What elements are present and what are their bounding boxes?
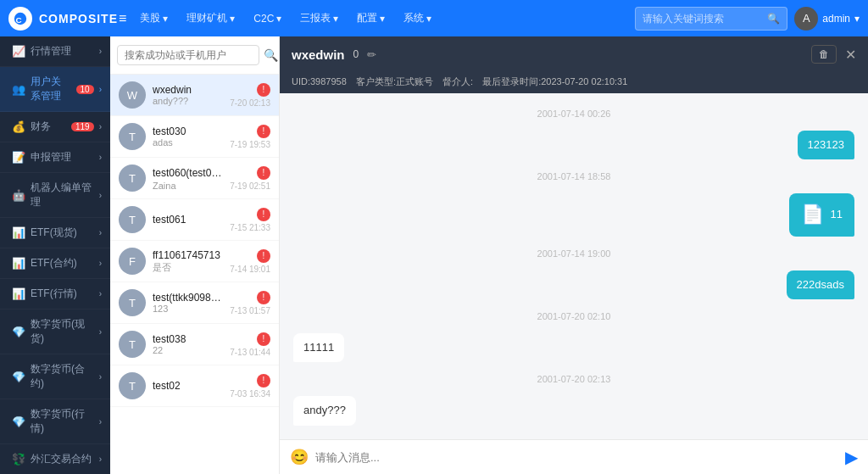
sidebar-item-2[interactable]: 💰财务119› <box>0 112 110 142</box>
nav-report-chevron: ▾ <box>333 13 338 25</box>
date-divider: 2001-07-14 18:58 <box>293 171 854 181</box>
sidebar-item-9[interactable]: 💎数字货币(合约)› <box>0 354 110 399</box>
logo-area: C COMPOSITE <box>8 7 119 31</box>
chevron-icon-1: › <box>99 85 102 94</box>
delete-button[interactable]: 🗑 <box>811 45 837 64</box>
user-list-item[interactable]: T test060(test060测试用户) Zaina ! 7-19 02:5… <box>110 158 279 199</box>
user-search-button[interactable]: 🔍 <box>264 48 278 62</box>
user-avatar: T <box>119 165 146 192</box>
app-title: COMPOSITE <box>39 12 118 25</box>
chevron-icon-5: › <box>99 228 102 237</box>
nav-system-label: 系统 <box>403 11 424 25</box>
nav-licai-chevron: ▾ <box>230 13 235 25</box>
user-list-item[interactable]: T test(ttkk909887) 123 ! 7-13 01:57 <box>110 282 279 324</box>
user-list-item[interactable]: T test02 ! 7-03 16:34 <box>110 365 279 407</box>
message-row: 11111 <box>293 333 854 362</box>
nav-item-report[interactable]: 三报表 ▾ <box>292 0 347 36</box>
sidebar-item-4[interactable]: 🤖机器人编单管理› <box>0 173 110 218</box>
chevron-icon-0: › <box>99 47 102 56</box>
sidebar-label-6: ETF(合约) <box>31 256 94 270</box>
user-meta: ! 7-14 19:01 <box>230 249 270 274</box>
sidebar-label-4: 机器人编单管理 <box>31 181 94 209</box>
emoji-button[interactable]: 😊 <box>290 448 309 466</box>
nav-c2c-chevron: ▾ <box>276 13 281 25</box>
user-info: test030 adas <box>153 125 223 148</box>
sidebar-icon-5: 📊 <box>12 226 25 239</box>
close-button[interactable]: ✕ <box>845 47 856 63</box>
sidebar-item-6[interactable]: 📊ETF(合约)› <box>0 248 110 279</box>
message-row: andy??? <box>293 396 854 425</box>
nav-item-system[interactable]: 系统 ▾ <box>395 0 440 36</box>
unread-badge: ! <box>257 249 270 263</box>
nav-item-licai[interactable]: 理财矿机 ▾ <box>178 0 243 36</box>
chevron-icon-4: › <box>99 191 102 200</box>
user-search-area: 🔍 <box>110 36 279 75</box>
message-row: 📄11 <box>293 193 854 237</box>
user-list-panel: 🔍 W wxedwin andy??? ! 7-20 02:13 T test0… <box>110 36 280 474</box>
sidebar-item-7[interactable]: 📊ETF(行情)› <box>0 279 110 309</box>
user-list-item[interactable]: T test030 adas ! 7-19 19:53 <box>110 116 279 158</box>
sidebar-label-1: 用户关系管理 <box>31 75 71 103</box>
sidebar-item-1[interactable]: 👥用户关系管理10› <box>0 67 110 112</box>
user-name: test038 <box>153 333 223 345</box>
user-list-item[interactable]: T test061 ! 7-15 21:33 <box>110 199 279 241</box>
user-list-item[interactable]: F ff11061745713 是否 ! 7-14 19:01 <box>110 241 279 282</box>
user-meta: ! 7-13 01:57 <box>230 291 270 315</box>
sidebar-item-10[interactable]: 💎数字货币(行情)› <box>0 399 110 444</box>
sidebar-icon-2: 💰 <box>12 120 25 133</box>
sidebar-label-7: ETF(行情) <box>31 287 94 301</box>
edit-icon[interactable]: ✏ <box>367 48 376 61</box>
user-info: test038 22 <box>153 333 223 355</box>
sidebar-label-0: 行情管理 <box>31 44 94 59</box>
logo-icon: C <box>8 7 32 31</box>
time-label: 7-13 01:57 <box>230 306 270 315</box>
sidebar-label-10: 数字货币(行情) <box>31 407 94 436</box>
sidebar-item-8[interactable]: 💎数字货币(现货)› <box>0 309 110 354</box>
chat-header-info: UID:3987958 客户类型:正式账号 督介人: 最后登录时间:2023-0… <box>280 72 868 93</box>
send-button[interactable]: ▶ <box>845 447 858 467</box>
sidebar-item-0[interactable]: 📈行情管理› <box>0 36 110 67</box>
unread-badge: ! <box>257 166 270 180</box>
avatar: A <box>794 7 818 31</box>
sidebar-item-5[interactable]: 📊ETF(现货)› <box>0 218 110 248</box>
chevron-icon-7: › <box>99 289 102 298</box>
user-info: test060(test060测试用户) Zaina <box>153 166 223 191</box>
nav-item-config[interactable]: 配置 ▾ <box>348 0 393 36</box>
nav-meiguo-label: 美股 <box>140 11 160 25</box>
chat-input[interactable] <box>315 451 838 464</box>
user-sub: 22 <box>153 345 223 355</box>
sidebar-item-11[interactable]: 💱外汇交易合约› <box>0 444 110 474</box>
user-meta: ! 7-13 01:44 <box>230 332 270 357</box>
chevron-icon-10: › <box>99 417 102 427</box>
hamburger-icon[interactable]: ≡ <box>119 11 126 26</box>
sidebar: 📈行情管理›👥用户关系管理10›💰财务119›📝申报管理›🤖机器人编单管理›📊E… <box>0 36 110 474</box>
user-search-input[interactable] <box>117 45 259 65</box>
user-sub: Zaina <box>153 181 223 191</box>
user-avatar: W <box>119 81 146 109</box>
nav-item-c2c[interactable]: C2C ▾ <box>245 0 290 36</box>
file-bubble: 📄11 <box>789 193 854 237</box>
search-box[interactable]: 🔍 <box>635 7 787 31</box>
chat-messages: 2001-07-14 00:261231232001-07-14 18:58📄1… <box>280 93 868 439</box>
user-name: test030 <box>153 125 223 137</box>
sidebar-icon-4: 🤖 <box>12 189 25 202</box>
nav-item-meiguo[interactable]: 美股 ▾ <box>131 0 176 36</box>
user-list-item[interactable]: W wxedwin andy??? ! 7-20 02:13 <box>110 75 279 116</box>
user-meta: ! 7-19 02:51 <box>230 166 270 191</box>
sidebar-label-8: 数字货币(现货) <box>31 317 94 346</box>
user-avatar: T <box>119 289 146 316</box>
user-meta: ! 7-03 16:34 <box>230 374 270 399</box>
user-list-item[interactable]: T test038 22 ! 7-13 01:44 <box>110 324 279 365</box>
sidebar-item-3[interactable]: 📝申报管理› <box>0 142 110 173</box>
sidebar-icon-7: 📊 <box>12 287 25 300</box>
user-list: W wxedwin andy??? ! 7-20 02:13 T test030… <box>110 75 279 474</box>
admin-area[interactable]: A admin ▾ <box>794 7 860 31</box>
account-type: 客户类型:正式账号 <box>356 76 433 86</box>
user-sub: andy??? <box>153 96 223 106</box>
user-avatar: T <box>119 206 146 233</box>
sidebar-icon-0: 📈 <box>12 45 25 58</box>
last-login: 最后登录时间:2023-07-20 02:10:31 <box>482 76 627 86</box>
nav-menu: 美股 ▾ 理财矿机 ▾ C2C ▾ 三报表 ▾ 配置 ▾ 系统 ▾ <box>131 0 635 36</box>
date-divider: 2001-07-14 00:26 <box>293 109 854 119</box>
search-input[interactable] <box>643 13 767 25</box>
